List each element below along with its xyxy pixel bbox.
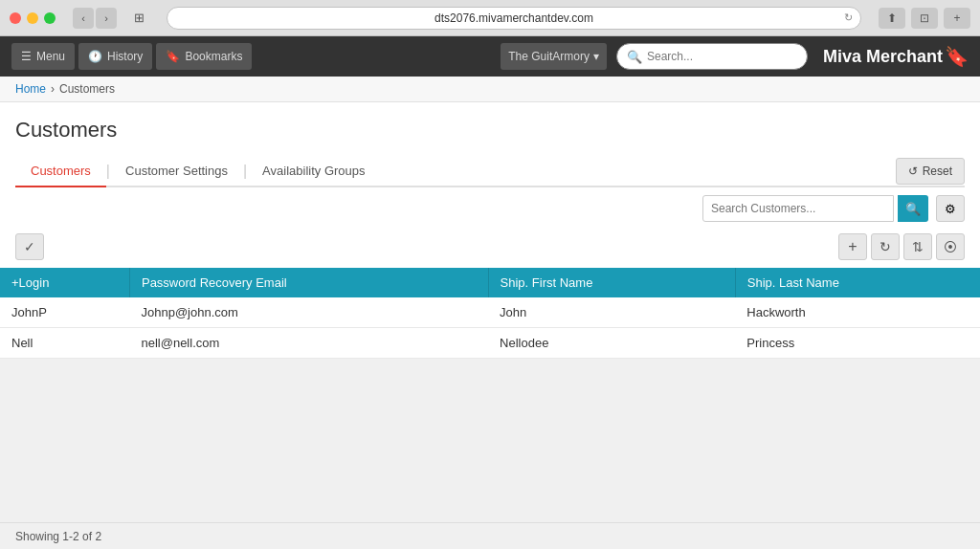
tab-customers[interactable]: Customers: [15, 156, 106, 187]
traffic-lights: [10, 12, 56, 24]
cell-last-name: Hackworth: [735, 297, 980, 328]
forward-button[interactable]: ›: [96, 8, 117, 29]
reset-icon: ↺: [908, 165, 918, 178]
showing-label: Showing 1-2 of 2: [15, 530, 101, 543]
history-icon: 🕐: [88, 50, 102, 63]
close-button[interactable]: [10, 12, 21, 24]
history-button[interactable]: 🕐 History: [78, 43, 152, 70]
col-login: +Login: [0, 268, 129, 297]
sidebar-button[interactable]: ⊡: [911, 8, 938, 29]
refresh-button[interactable]: ↻: [871, 233, 900, 260]
store-name: The GuitArmory: [508, 50, 590, 63]
customer-search-area: 🔍 ⚙: [702, 195, 965, 222]
breadcrumb: Home › Customers: [0, 77, 980, 102]
breadcrumb-separator: ›: [51, 82, 55, 96]
cell-login: JohnP: [0, 297, 129, 328]
refresh-icon[interactable]: ↻: [844, 11, 853, 24]
titlebar-right: ⬆ ⊡ +: [879, 8, 970, 29]
page-title: Customers: [15, 118, 965, 143]
global-search: 🔍: [616, 43, 808, 70]
cell-first-name: Nellodee: [488, 328, 735, 359]
tab-availability-groups[interactable]: Availability Groups: [247, 156, 380, 187]
cell-email: nell@nell.com: [129, 328, 488, 359]
logo-text: Miva Merchant: [823, 47, 943, 67]
layout-button[interactable]: ⊞: [128, 8, 149, 29]
reset-label: Reset: [923, 165, 952, 178]
share-button[interactable]: ⬆: [879, 8, 905, 29]
table-body: JohnP Johnp@john.com John Hackworth Nell…: [0, 297, 980, 359]
page-footer: Showing 1-2 of 2: [0, 522, 980, 549]
search-customers-input[interactable]: [702, 195, 894, 222]
table-row[interactable]: Nell nell@nell.com Nellodee Princess: [0, 328, 980, 359]
columns-button[interactable]: ⦿: [936, 233, 965, 260]
tab-customer-settings[interactable]: Customer Settings: [110, 156, 243, 187]
customers-table: +Login Password Recovery Email Ship. Fir…: [0, 268, 980, 359]
cell-last-name: Princess: [735, 328, 980, 359]
bookmark-badge: 🔖: [945, 45, 969, 68]
col-last-name: Ship. Last Name: [735, 268, 980, 297]
cell-email: Johnp@john.com: [129, 297, 488, 328]
back-button[interactable]: ‹: [73, 8, 94, 29]
table-row[interactable]: JohnP Johnp@john.com John Hackworth: [0, 297, 980, 328]
titlebar: ‹ › ⊞ dts2076.mivamerchantdev.com ↻ ⬆ ⊡ …: [0, 0, 980, 36]
add-button[interactable]: +: [838, 233, 867, 260]
column-settings-button[interactable]: ⚙: [936, 195, 965, 222]
menu-label: Menu: [36, 50, 65, 63]
search-button[interactable]: 🔍: [898, 195, 928, 222]
miva-logo: Miva Merchant 🔖: [823, 45, 969, 68]
reset-button[interactable]: ↺ Reset: [896, 158, 965, 185]
bookmark-icon: 🔖: [166, 50, 180, 63]
page-content: Customers Customers | Customer Settings …: [0, 102, 980, 187]
store-selector[interactable]: The GuitArmory ▾: [501, 43, 607, 70]
col-first-name: Ship. First Name: [488, 268, 735, 297]
search-icon: 🔍: [627, 50, 642, 64]
tabs: Customers | Customer Settings | Availabi…: [15, 156, 965, 187]
new-tab-button[interactable]: +: [944, 8, 970, 29]
global-search-input[interactable]: [647, 50, 797, 63]
menu-button[interactable]: ☰ Menu: [11, 43, 75, 70]
action-buttons: + ↻ ⇅ ⦿: [838, 233, 965, 260]
menu-icon: ☰: [21, 50, 32, 63]
cell-first-name: John: [488, 297, 735, 328]
bookmarks-label: Bookmarks: [185, 50, 242, 63]
sort-button[interactable]: ⇅: [903, 233, 932, 260]
table-header: +Login Password Recovery Email Ship. Fir…: [0, 268, 980, 297]
breadcrumb-current: Customers: [59, 82, 115, 96]
bookmarks-button[interactable]: 🔖 Bookmarks: [156, 43, 252, 70]
history-label: History: [107, 50, 143, 63]
select-all-button[interactable]: ✓: [15, 233, 44, 260]
action-row: ✓ + ↻ ⇅ ⦿: [0, 230, 980, 268]
col-email: Password Recovery Email: [129, 268, 488, 297]
table-controls: 🔍 ⚙: [0, 187, 980, 230]
cell-login: Nell: [0, 328, 129, 359]
maximize-button[interactable]: [44, 12, 56, 24]
appbar: ☰ Menu 🕐 History 🔖 Bookmarks The GuitArm…: [0, 36, 980, 77]
address-bar: dts2076.mivamerchantdev.com ↻: [167, 7, 861, 30]
url-text: dts2076.mivamerchantdev.com: [434, 11, 593, 25]
breadcrumb-home[interactable]: Home: [15, 82, 46, 96]
nav-arrows: ‹ ›: [73, 8, 117, 29]
chevron-down-icon: ▾: [593, 50, 599, 63]
minimize-button[interactable]: [27, 12, 38, 24]
